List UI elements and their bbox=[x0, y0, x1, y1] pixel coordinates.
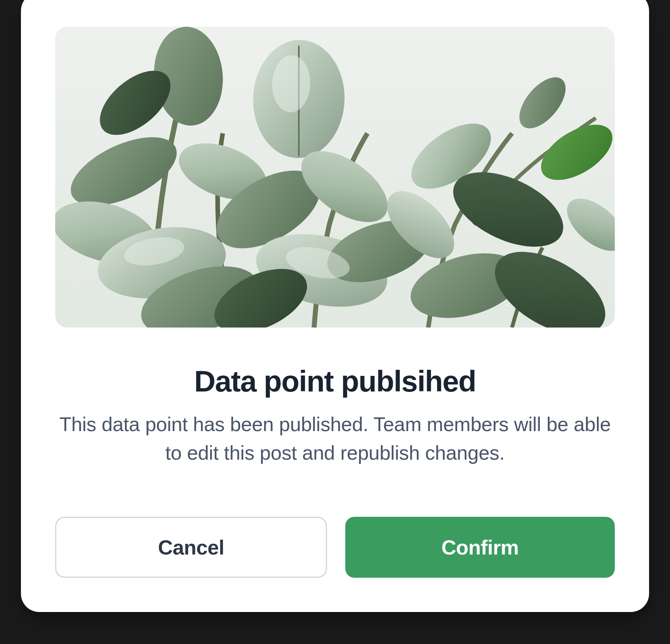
cancel-button[interactable]: Cancel bbox=[55, 517, 327, 578]
confirm-button[interactable]: Confirm bbox=[345, 517, 615, 578]
modal-title: Data point publsihed bbox=[55, 364, 615, 400]
hero-image-container bbox=[55, 27, 615, 328]
modal-description: This data point has been published. Team… bbox=[55, 410, 615, 468]
plant-image bbox=[55, 27, 615, 328]
modal-actions: Cancel Confirm bbox=[55, 517, 615, 578]
modal-content: Data point publsihed This data point has… bbox=[55, 364, 615, 467]
confirmation-modal: Data point publsihed This data point has… bbox=[21, 0, 649, 612]
